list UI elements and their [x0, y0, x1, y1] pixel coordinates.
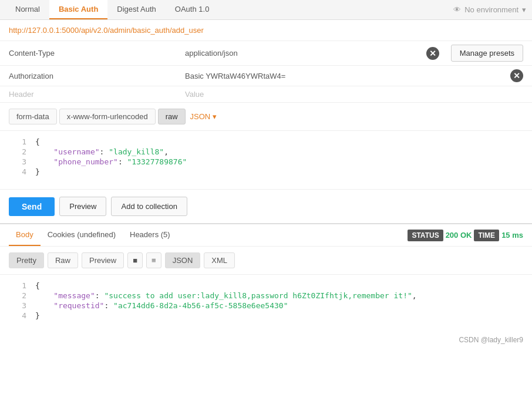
- time-value-badge: 15 ms: [501, 231, 523, 240]
- resp-preview-btn[interactable]: Preview: [82, 252, 124, 268]
- header-placeholder-text: Header: [9, 90, 34, 99]
- header-row-content-type: Content-Type application/json ✕ Manage p…: [0, 41, 532, 66]
- request-code-editor[interactable]: 1 { 2 "username": "lady_kill8", 3 "phone…: [0, 131, 532, 190]
- resp-code-line-1: 1 {: [0, 281, 532, 291]
- code-line-1: 1 {: [0, 137, 532, 147]
- header-value-content-type: application/json: [185, 49, 422, 58]
- response-section: Body Cookies (undefined) Headers (5) STA…: [0, 224, 532, 349]
- auth-tab-bar: Normal Basic Auth Digest Auth OAuth 1.0 …: [0, 0, 532, 20]
- line-num-2: 2: [9, 147, 26, 156]
- resp-brace-open: {: [35, 281, 40, 290]
- preview-button[interactable]: Preview: [59, 197, 106, 216]
- resp-json-btn[interactable]: JSON: [165, 252, 201, 268]
- remove-authorization-btn[interactable]: ✕: [510, 69, 523, 82]
- watermark: CSDN @lady_killer9: [0, 333, 532, 349]
- tab-urlencoded[interactable]: x-www-form-urlencoded: [59, 109, 156, 124]
- resp-code-line-2: 2 "message": "success to add user:lady_k…: [0, 291, 532, 301]
- send-button[interactable]: Send: [9, 197, 55, 216]
- code-brace-close: }: [35, 167, 40, 176]
- url-text: http://127.0.0.1:5000/api/v2.0/admin/bas…: [9, 26, 204, 35]
- url-bar: http://127.0.0.1:5000/api/v2.0/admin/bas…: [0, 20, 532, 41]
- header-value-placeholder-text: Value: [185, 90, 204, 99]
- resp-tab-cookies[interactable]: Cookies (undefined): [41, 224, 123, 246]
- resp-content-3: "requestid": "ac714dd6-8d2a-4b56-af5c-58…: [35, 301, 288, 310]
- resp-square-icon-btn[interactable]: ■: [127, 252, 143, 268]
- tab-raw[interactable]: raw: [158, 109, 186, 124]
- tab-oauth[interactable]: OAuth 1.0: [166, 0, 219, 19]
- time-label-badge: TIME: [474, 230, 499, 241]
- header-row-placeholder: Header Value: [0, 86, 532, 103]
- resp-pretty-btn[interactable]: Pretty: [9, 252, 44, 268]
- resp-line-num-1: 1: [9, 281, 26, 290]
- resp-tab-body[interactable]: Body: [9, 224, 41, 246]
- remove-content-type-btn[interactable]: ✕: [426, 47, 439, 60]
- header-value-wrap-content-type: application/json ✕: [185, 47, 439, 60]
- code-line-4: 4 }: [0, 167, 532, 177]
- manage-presets-button[interactable]: Manage presets: [451, 45, 523, 62]
- code-line-2: 2 "username": "lady_kill8",: [0, 147, 532, 157]
- code-brace-open: {: [35, 137, 40, 146]
- resp-line-num-3: 3: [9, 301, 26, 310]
- resp-code-line-4: 4 }: [0, 311, 532, 321]
- resp-brace-close: }: [35, 311, 40, 320]
- resp-lines-icon-btn[interactable]: ≡: [146, 252, 161, 268]
- code-line-3: 3 "phone_number": "13327789876": [0, 157, 532, 167]
- header-row-authorization: Authorization Basic YWRtaW46YWRtaW4= ✕: [0, 66, 532, 86]
- add-collection-button[interactable]: Add to collection: [111, 197, 187, 216]
- line-num-3: 3: [9, 157, 26, 166]
- status-badges: STATUS 200 OK TIME 15 ms: [408, 230, 523, 241]
- header-key-content-type: Content-Type: [9, 49, 185, 58]
- body-tabs: form-data x-www-form-urlencoded raw JSON…: [0, 103, 532, 131]
- response-code-area: 1 { 2 "message": "success to add user:la…: [0, 275, 532, 333]
- resp-tab-headers[interactable]: Headers (5): [123, 224, 177, 246]
- resp-line-num-4: 4: [9, 311, 26, 320]
- resp-code-line-3: 3 "requestid": "ac714dd6-8d2a-4b56-af5c-…: [0, 301, 532, 311]
- tab-digest-auth[interactable]: Digest Auth: [107, 0, 166, 19]
- chevron-down-icon: ▾: [522, 5, 526, 14]
- json-dropdown[interactable]: JSON ▾: [190, 112, 217, 121]
- tab-form-data[interactable]: form-data: [9, 109, 57, 124]
- resp-xml-btn[interactable]: XML: [204, 252, 235, 268]
- line-num-1: 1: [9, 137, 26, 146]
- code-content-2: "username": "lady_kill8",: [35, 147, 169, 156]
- tab-basic-auth[interactable]: Basic Auth: [49, 0, 107, 19]
- json-chevron-icon: ▾: [213, 112, 217, 121]
- header-value-wrap-authorization: Basic YWRtaW46YWRtaW4= ✕: [185, 69, 523, 82]
- resp-content-2: "message": "success to add user:lady_kil…: [35, 291, 417, 300]
- response-tabs: Body Cookies (undefined) Headers (5) STA…: [0, 224, 532, 247]
- resp-line-num-2: 2: [9, 291, 26, 300]
- status-value-badge: 200 OK: [446, 231, 472, 240]
- header-key-placeholder: Header: [9, 90, 185, 99]
- line-num-4: 4: [9, 167, 26, 176]
- tab-normal[interactable]: Normal: [6, 0, 49, 19]
- headers-section: Content-Type application/json ✕ Manage p…: [0, 41, 532, 103]
- code-content-3: "phone_number": "13327789876": [35, 157, 187, 166]
- env-selector[interactable]: 👁 No environment ▾: [453, 5, 526, 14]
- resp-raw-btn[interactable]: Raw: [48, 252, 78, 268]
- header-value-placeholder-wrap: Value: [185, 90, 523, 99]
- header-key-authorization: Authorization: [9, 72, 185, 80]
- eye-icon: 👁: [453, 5, 461, 14]
- resp-format-bar: Pretty Raw Preview ■ ≡ JSON XML: [0, 247, 532, 275]
- status-label-badge: STATUS: [408, 230, 443, 241]
- action-bar: Send Preview Add to collection: [0, 190, 532, 224]
- env-label[interactable]: No environment: [464, 5, 518, 14]
- header-value-authorization: Basic YWRtaW46YWRtaW4=: [185, 72, 506, 80]
- json-dropdown-label: JSON: [190, 112, 211, 121]
